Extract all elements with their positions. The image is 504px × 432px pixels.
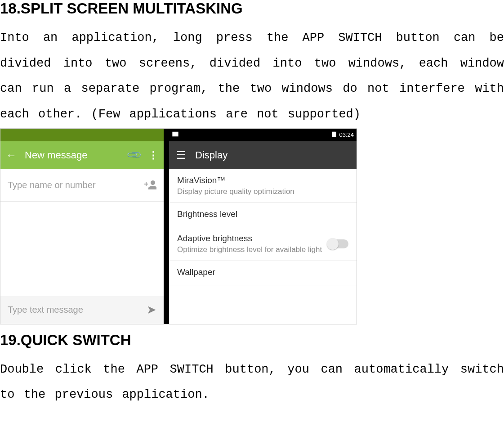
battery-icon xyxy=(332,131,336,139)
add-contact-icon[interactable] xyxy=(144,180,156,190)
message-thread-area xyxy=(0,202,164,296)
hamburger-menu-icon[interactable]: ☰ xyxy=(176,149,186,162)
right-pane-settings: 03:24 ☰ Display MiraVision™ Display pict… xyxy=(169,129,357,324)
split-screen-screenshot: ← New message 📎 ⋮ Type name or number Ty… xyxy=(0,128,357,324)
status-time: 03:24 xyxy=(339,131,354,138)
recipient-input-row[interactable]: Type name or number xyxy=(0,169,164,202)
list-item[interactable]: Brightness level xyxy=(169,203,357,227)
status-bar-right: 03:24 xyxy=(169,129,357,141)
paragraph-18: Into an application, long press the APP … xyxy=(0,25,504,127)
paragraph-19: Double click the APP SWITCH button, you … xyxy=(0,357,504,408)
compose-row[interactable]: Type text message ➤ xyxy=(0,296,164,324)
item-primary: MiraVision™ xyxy=(177,176,348,185)
recipient-placeholder: Type name or number xyxy=(8,180,96,190)
back-arrow-icon[interactable]: ← xyxy=(6,149,17,162)
settings-title: Display xyxy=(195,149,227,161)
compose-placeholder: Type text message xyxy=(8,305,83,315)
settings-list: MiraVision™ Display picture quality opti… xyxy=(169,169,357,286)
item-secondary: Optimize brightness level for available … xyxy=(177,245,323,254)
list-item[interactable]: MiraVision™ Display picture quality opti… xyxy=(169,169,357,203)
left-pane-messaging: ← New message 📎 ⋮ Type name or number Ty… xyxy=(0,129,169,324)
overflow-menu-icon[interactable]: ⋮ xyxy=(148,149,158,161)
app-bar-title: New message xyxy=(25,149,87,161)
toggle-switch[interactable] xyxy=(328,239,348,248)
messaging-app-bar: ← New message 📎 ⋮ xyxy=(0,141,164,169)
screenshot-indicator-icon xyxy=(172,131,179,139)
split-drag-handle[interactable] xyxy=(164,253,165,271)
heading-18: 18.SPLIT SCREEN MULTITASKING xyxy=(0,0,504,17)
heading-19: 19.QUICK SWITCH xyxy=(0,332,504,349)
send-icon[interactable]: ➤ xyxy=(147,303,156,317)
list-item[interactable]: Wallpaper xyxy=(169,261,357,285)
status-right-cluster: 03:24 xyxy=(332,131,354,139)
item-primary: Wallpaper xyxy=(177,267,348,277)
list-item[interactable]: Adaptive brightness Optimize brightness … xyxy=(169,227,357,261)
item-primary: Adaptive brightness xyxy=(177,234,323,243)
item-primary: Brightness level xyxy=(177,209,348,219)
item-secondary: Display picture quality optimization xyxy=(177,187,348,196)
status-bar-left xyxy=(0,129,164,141)
attachment-icon[interactable]: 📎 xyxy=(126,147,143,163)
settings-toolbar: ☰ Display xyxy=(169,141,357,169)
